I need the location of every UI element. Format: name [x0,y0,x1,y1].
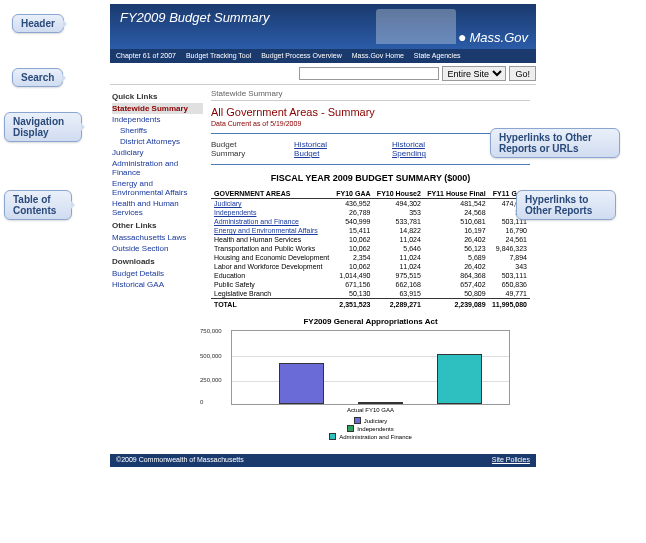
sidebar-item[interactable]: Independents [112,114,203,125]
table-row: Energy and Environmental Affairs15,41114… [211,226,530,235]
sidebar-heading-downloads: Downloads [112,257,203,266]
row-name: Independents [211,208,333,217]
row-link[interactable]: Energy and Environmental Affairs [214,227,318,234]
cell: 11,024 [374,262,424,271]
sidebar-item[interactable]: Judiciary [112,147,203,158]
total-label: TOTAL [211,299,333,310]
chart-xaxis-label: Actual FY10 GAA [211,407,530,413]
topnav-item[interactable]: Budget Tracking Tool [186,52,251,60]
topnav-item[interactable]: Mass.Gov Home [352,52,404,60]
sidebar-item[interactable]: Energy and Environmental Affairs [112,178,203,198]
cell: 26,402 [424,235,489,244]
cell: 2,351,523 [333,299,374,310]
bar [358,402,403,405]
cell: 26,789 [333,208,374,217]
callout-search: Search [12,68,63,87]
header-title: FY2009 Budget Summary [120,10,270,25]
row-name: Education [211,271,333,280]
cell: 510,681 [424,217,489,226]
cell: 7,894 [489,253,530,262]
historical-budget-link[interactable]: Historical Budget [294,140,352,158]
search-bar: Entire Site Go! [110,65,536,85]
page-date: Data Current as of 5/19/2009 [211,120,530,127]
sidebar-item[interactable]: Health and Human Services [112,198,203,218]
cell: 657,402 [424,280,489,289]
footer-copyright: ©2009 Commonwealth of Massachusetts [116,456,244,465]
sidebar-heading-other: Other Links [112,221,203,230]
y-tick: 500,000 [200,353,222,359]
cell: 24,568 [424,208,489,217]
sidebar-item[interactable]: Sheriffs [112,125,203,136]
cell: 11,995,080 [489,299,530,310]
cell: 353 [374,208,424,217]
footer: ©2009 Commonwealth of Massachusetts Site… [110,454,536,467]
table-row: Administration and Finance540,999533,781… [211,217,530,226]
cell: 671,156 [333,280,374,289]
report-link-row: Budget Summary Historical Budget Histori… [211,138,530,160]
sidebar-item[interactable]: Massachusetts Laws [112,232,203,243]
cell: 975,515 [374,271,424,280]
callout-links: Hyperlinks to Other Reports or URLs [490,128,620,158]
search-go-button[interactable]: Go! [509,66,536,81]
col-header: GOVERNMENT AREAS [211,189,333,199]
cell: 5,689 [424,253,489,262]
topnav-item[interactable]: Chapter 61 of 2007 [116,52,176,60]
col-header: FY11 House Final [424,189,489,199]
cell: 494,302 [374,199,424,209]
cell: 540,999 [333,217,374,226]
footer-policies-link[interactable]: Site Policies [492,456,530,465]
cell: 533,781 [374,217,424,226]
row-name: Housing and Economic Development [211,253,333,262]
topnav-item[interactable]: State Agencies [414,52,461,60]
brand-logo: Mass.Gov [458,29,528,45]
cell: 16,790 [489,226,530,235]
swatch-icon [354,417,361,424]
row-link[interactable]: Independents [214,209,256,216]
legend-item: Independents [347,425,393,432]
search-scope-select[interactable]: Entire Site [442,66,506,81]
legend-item: Administration and Finance [329,433,412,440]
sidebar-item[interactable]: Budget Details [112,268,203,279]
table-row: Transportation and Public Works10,0625,6… [211,244,530,253]
cell: 50,130 [333,289,374,299]
cell: 26,402 [424,262,489,271]
cell: 10,062 [333,235,374,244]
col-header: FY10 House2 [374,189,424,199]
cell: 24,561 [489,235,530,244]
sidebar-item[interactable]: Administration and Finance [112,158,203,178]
col-header: FY10 GAA [333,189,374,199]
row-name: Public Safety [211,280,333,289]
row-link[interactable]: Judiciary [214,200,242,207]
divider [211,133,530,134]
cell: 49,771 [489,289,530,299]
sidebar-item[interactable]: Outside Section [112,243,203,254]
table-row: Housing and Economic Development2,35411,… [211,253,530,262]
row-link[interactable]: Administration and Finance [214,218,299,225]
swatch-icon [347,425,354,432]
divider [211,164,530,165]
table-row: Public Safety671,156662,168657,402650,83… [211,280,530,289]
bar [279,363,324,404]
sidebar-item[interactable]: Historical GAA [112,279,203,290]
search-input[interactable] [299,67,439,80]
cell: 63,915 [374,289,424,299]
sidebar-item[interactable]: Statewide Summary [112,103,203,114]
cell: 481,542 [424,199,489,209]
cell: 10,062 [333,262,374,271]
linkrow-label: Budget Summary [211,140,254,158]
legend-item: Judiciary [354,417,388,424]
table-row: Legislative Branch50,13063,91550,80949,7… [211,289,530,299]
table-row: Judiciary436,952494,302481,542474,665 [211,199,530,209]
sidebar-item[interactable]: District Attorneys [112,136,203,147]
table-title: FISCAL YEAR 2009 BUDGET SUMMARY ($000) [211,173,530,183]
table-row: Health and Human Services10,06211,02426,… [211,235,530,244]
row-name: Health and Human Services [211,235,333,244]
topnav-item[interactable]: Budget Process Overview [261,52,342,60]
row-name: Labor and Workforce Development [211,262,333,271]
cell: 56,123 [424,244,489,253]
historical-spending-link[interactable]: Historical Spending [392,140,458,158]
row-name: Administration and Finance [211,217,333,226]
cell: 14,822 [374,226,424,235]
callout-header: Header [12,14,64,33]
cell: 16,197 [424,226,489,235]
